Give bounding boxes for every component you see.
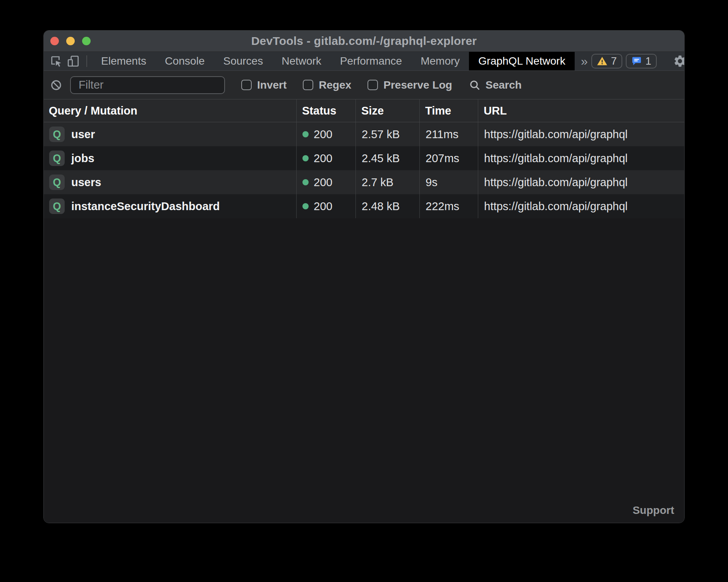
search-control[interactable]: Search [469,79,522,91]
regex-label: Regex [319,79,351,91]
tab-memory[interactable]: Memory [411,52,469,70]
table-row[interactable]: Q instanceSecurityDashboard 200 2.48 kB … [44,194,684,218]
regex-filter-option: Regex [303,79,351,91]
url-value: https://gitlab.com/api/graphql [484,128,628,141]
preserve-log-checkbox[interactable] [367,80,378,90]
filter-bar: Invert Regex Preserve Log Search [44,71,684,99]
query-type-badge: Q [49,127,65,142]
preserve-log-option: Preserve Log [367,79,452,91]
tab-console[interactable]: Console [156,52,214,70]
query-type-badge: Q [49,199,65,214]
window-title: DevTools - gitlab.com/-/graphql-explorer [44,34,684,48]
clear-requests-button[interactable] [48,77,65,94]
table-empty-area: Support [44,218,684,523]
preserve-log-label: Preserve Log [383,79,452,91]
column-header-query-mutation[interactable]: Query / Mutation [44,99,296,122]
status-ok-dot [302,131,309,137]
warnings-badge[interactable]: 7 [591,54,622,68]
column-header-status[interactable]: Status [296,99,355,122]
issue-count: 1 [646,55,651,67]
regex-checkbox[interactable] [303,80,313,90]
filter-input[interactable] [70,76,225,94]
warning-triangle-icon [597,56,608,67]
tab-sources[interactable]: Sources [214,52,272,70]
status-ok-dot [302,203,309,209]
query-type-badge: Q [49,175,65,190]
time-value: 9s [426,176,438,189]
inspect-cursor-icon [49,54,63,68]
gear-icon [673,54,685,68]
status-value: 200 [314,200,332,213]
status-value: 200 [314,128,332,141]
issues-bubble-icon [631,56,642,67]
toggle-device-toolbar-button[interactable] [65,53,82,70]
status-ok-dot [302,179,309,185]
status-value: 200 [314,152,332,165]
panel-tabs: Elements Console Sources Network Perform… [92,52,575,70]
device-toolbar-icon [66,54,80,68]
minimize-window-button[interactable] [66,37,75,45]
devtools-window: DevTools - gitlab.com/-/graphql-explorer [43,30,685,523]
traffic-lights [50,31,91,51]
url-value: https://gitlab.com/api/graphql [484,152,628,165]
support-link[interactable]: Support [633,504,674,517]
time-value: 207ms [426,152,459,165]
toolbar-divider [86,55,87,67]
devtools-toolbar: Elements Console Sources Network Perform… [44,52,684,71]
size-value: 2.48 kB [362,200,400,213]
column-header-time[interactable]: Time [419,99,478,122]
warning-count: 7 [611,55,617,67]
time-value: 222ms [426,200,459,213]
query-name: jobs [71,152,94,165]
column-header-url[interactable]: URL [478,99,684,122]
query-name: users [71,176,101,189]
search-label: Search [486,79,522,91]
invert-checkbox[interactable] [241,80,252,90]
search-icon [469,79,481,91]
invert-filter-option: Invert [241,79,287,91]
url-value: https://gitlab.com/api/graphql [484,200,628,213]
issues-badge[interactable]: 1 [626,54,657,68]
status-ok-dot [302,155,309,161]
table-header: Query / Mutation Status Size Time URL [44,99,684,122]
tab-graphql-network[interactable]: GraphQL Network [469,52,575,70]
titlebar: DevTools - gitlab.com/-/graphql-explorer [44,31,684,52]
column-header-size[interactable]: Size [355,99,419,122]
size-value: 2.7 kB [362,176,393,189]
query-name: instanceSecurityDashboard [71,200,220,213]
table-row[interactable]: Q jobs 200 2.45 kB 207ms https://gitlab.… [44,146,684,170]
table-row[interactable]: Q users 200 2.7 kB 9s https://gitlab.com… [44,170,684,194]
zoom-window-button[interactable] [82,37,91,45]
time-value: 211ms [426,128,458,141]
url-value: https://gitlab.com/api/graphql [484,176,628,189]
status-value: 200 [314,176,332,189]
inspect-element-button[interactable] [48,53,65,70]
tab-elements[interactable]: Elements [92,52,156,70]
table-row[interactable]: Q user 200 2.57 kB 211ms https://gitlab.… [44,122,684,146]
tab-performance[interactable]: Performance [331,52,411,70]
close-window-button[interactable] [50,37,59,45]
size-value: 2.45 kB [362,152,400,165]
tab-network[interactable]: Network [272,52,331,70]
query-name: user [71,128,95,141]
query-type-badge: Q [49,151,65,166]
block-icon [50,79,62,91]
settings-button[interactable] [671,53,685,70]
size-value: 2.57 kB [362,128,400,141]
invert-label: Invert [257,79,287,91]
more-tabs-button[interactable]: » [581,54,588,68]
